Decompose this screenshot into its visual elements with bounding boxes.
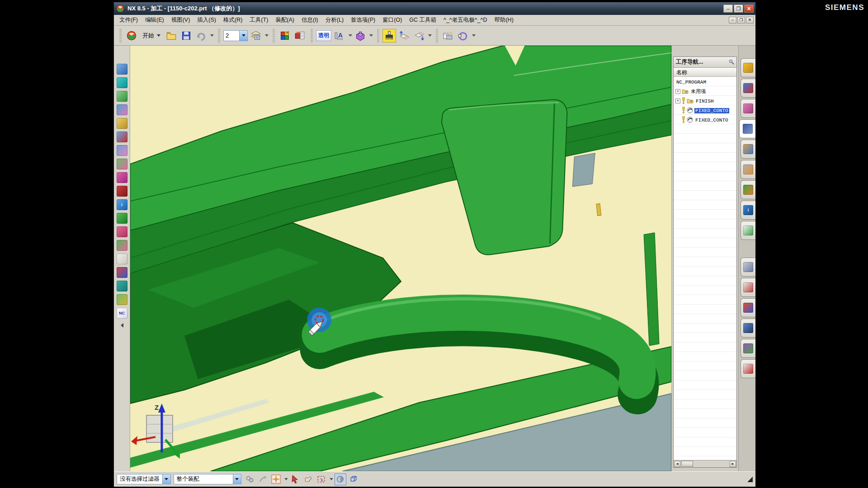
close-button[interactable]: ✕ (744, 5, 754, 13)
selection-filter-combo[interactable]: 没有选择过滤器 (117, 474, 171, 484)
measure-icon[interactable] (117, 213, 127, 224)
datum-plane-icon[interactable] (117, 145, 127, 156)
blank-object-icon[interactable] (117, 253, 127, 264)
section-curve-icon[interactable] (117, 226, 127, 237)
raise-object-icon[interactable] (397, 29, 411, 42)
snap-point-icon[interactable] (257, 474, 269, 485)
part-navigator-tab[interactable] (741, 99, 755, 118)
scene-navigator-tab[interactable] (741, 319, 755, 338)
menu-item-8[interactable]: 分析(L) (322, 15, 347, 25)
toolbar-grip[interactable] (311, 29, 313, 42)
chevron-down-icon[interactable] (369, 34, 373, 37)
toolbar-grip[interactable] (436, 29, 438, 42)
part-face-icon[interactable] (117, 294, 127, 305)
chevron-down-icon[interactable] (472, 34, 476, 37)
toolbar-grip[interactable] (218, 29, 220, 42)
pin-icon[interactable] (728, 59, 734, 66)
save-icon[interactable] (179, 29, 193, 42)
tree-row-3[interactable]: FIXED_CONTO (674, 106, 736, 115)
vector-icon[interactable] (117, 172, 127, 183)
delete-face-icon[interactable] (117, 240, 127, 251)
expand-icon[interactable]: + (675, 99, 680, 103)
section-view-icon[interactable] (117, 131, 127, 142)
start-button[interactable]: 开始 (140, 29, 163, 42)
highlight-brush-icon[interactable] (382, 29, 396, 42)
open-icon[interactable] (165, 29, 178, 42)
csys-icon[interactable] (117, 159, 127, 169)
assembly-navigator-tab[interactable] (741, 58, 755, 77)
point-constructor-icon[interactable] (270, 474, 282, 485)
mdi-close-button[interactable]: ✕ (746, 17, 754, 23)
material-icon[interactable] (354, 29, 367, 42)
maximize-button[interactable]: ❐ (734, 5, 743, 13)
chevron-down-icon[interactable] (349, 34, 352, 37)
chevron-down-icon[interactable] (428, 34, 432, 37)
history-tab[interactable] (741, 258, 755, 277)
annotation-icon[interactable]: A (333, 29, 346, 42)
toolbar-grip[interactable] (273, 29, 275, 42)
chevron-down-icon[interactable] (330, 478, 333, 480)
drag-hand-icon[interactable] (302, 474, 314, 485)
chevron-down-icon[interactable] (210, 34, 214, 37)
mdi-restore-button[interactable]: ❐ (737, 17, 745, 23)
transparency-button[interactable]: 透明 (316, 30, 331, 41)
tree-row-label[interactable]: 未用项 (690, 88, 707, 95)
mdi-minimize-button[interactable]: – (729, 17, 736, 23)
menu-item-5[interactable]: 工具(T) (246, 15, 272, 25)
layer-combo[interactable]: 2 (223, 30, 248, 41)
layer-settings-icon[interactable] (249, 29, 263, 42)
check-geometry-icon[interactable] (117, 186, 127, 197)
wireframe-display-icon[interactable] (117, 91, 127, 102)
chevron-down-icon[interactable] (284, 478, 288, 480)
chevron-down-icon[interactable] (162, 474, 170, 484)
title-bar[interactable]: NX 8.5 - 加工 - [1150-c202.prt （修改的）] – ❐ … (114, 2, 755, 15)
info-icon[interactable]: i (117, 199, 127, 210)
menu-item-11[interactable]: GC 工具箱 (406, 15, 440, 25)
tree-row-4[interactable]: FIXED_CONTO (674, 115, 736, 125)
object-display-icon[interactable] (293, 29, 307, 42)
undo-icon[interactable] (194, 29, 208, 42)
touch-screen-tab[interactable] (741, 359, 755, 378)
template-library-tab[interactable] (741, 180, 755, 199)
process-assistant-tab[interactable] (741, 160, 755, 179)
chevron-down-icon[interactable] (239, 31, 247, 41)
menu-item-7[interactable]: 信息(I) (298, 15, 322, 25)
scroll-right-icon[interactable]: ► (730, 461, 736, 467)
toolbar-grip[interactable] (377, 29, 379, 42)
tool-block-icon[interactable] (117, 267, 127, 278)
menu-item-6[interactable]: 装配(A) (272, 15, 298, 25)
boss-icon[interactable] (117, 281, 127, 291)
move-object-icon[interactable] (278, 29, 292, 42)
chevron-down-icon[interactable] (265, 34, 269, 37)
tree-row-label[interactable]: FIXED_CONTO (694, 108, 729, 113)
static-wireframe-icon[interactable] (117, 104, 127, 115)
menu-item-1[interactable]: 编辑(E) (142, 15, 168, 25)
web-browser-tab[interactable]: i (741, 201, 755, 220)
wireframe-view-icon[interactable] (348, 474, 359, 485)
roles-tab[interactable] (741, 339, 755, 358)
tree-row-label[interactable]: NC_PROGRAM (675, 80, 707, 85)
shaded-display-icon[interactable] (117, 64, 127, 75)
tree-row-label[interactable]: FIXED_CONTO (694, 117, 729, 123)
menu-item-13[interactable]: 帮助(H) (491, 15, 517, 25)
select-point-icon[interactable] (289, 474, 301, 485)
menu-item-2[interactable]: 视图(V) (168, 15, 194, 25)
tree-row-1[interactable]: +未用项 (674, 87, 736, 96)
tree-row-0[interactable]: NC_PROGRAM (674, 77, 736, 87)
operation-navigator-tab[interactable] (739, 119, 755, 138)
panel-scrollbar[interactable]: ◄ ► (674, 460, 736, 467)
palette-tab[interactable] (741, 278, 755, 297)
scroll-left-icon[interactable]: ◄ (674, 461, 680, 467)
assembly-scope-combo[interactable]: 整个装配 (174, 474, 241, 484)
lower-object-icon[interactable] (412, 29, 426, 42)
nc-assistant-icon[interactable]: NC (117, 308, 127, 319)
expand-icon[interactable]: + (675, 89, 680, 94)
visualization-tab[interactable] (741, 298, 755, 317)
orient-view-icon[interactable] (117, 77, 127, 88)
snap-view-icon[interactable] (117, 118, 127, 129)
menu-item-3[interactable]: 插入(S) (193, 15, 220, 25)
menu-item-0[interactable]: 文件(F) (116, 15, 142, 25)
marquee-select-icon[interactable] (316, 474, 327, 485)
menu-item-4[interactable]: 格式(R) (220, 15, 246, 25)
collapse-toolbar-icon[interactable] (121, 323, 123, 328)
